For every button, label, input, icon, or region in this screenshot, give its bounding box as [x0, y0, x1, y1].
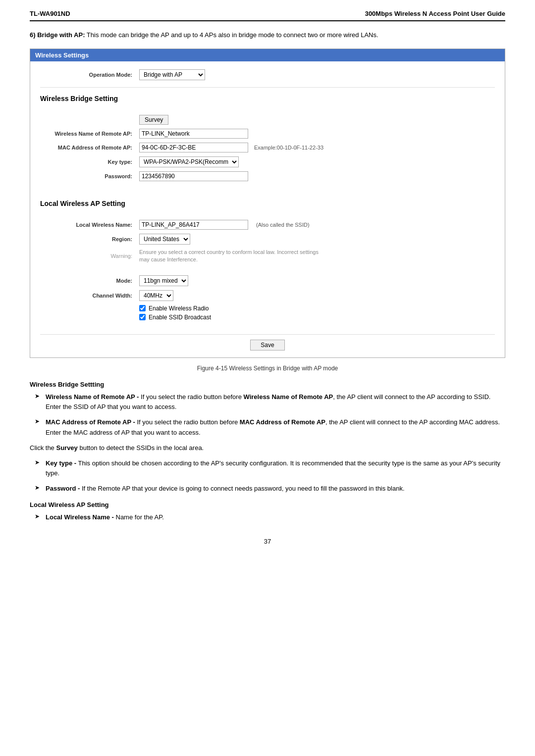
bullet2-bold2: MAC Address of Remote AP	[240, 418, 325, 426]
password-value	[139, 171, 248, 181]
bullet-item-2: ➤ MAC Address of Remote AP - If you sele…	[30, 417, 505, 438]
survey-button[interactable]: Survey	[139, 115, 168, 125]
warning-row: Warning: Ensure you select a correct cou…	[40, 249, 495, 264]
intro-paragraph: 6) Bridge with AP: This mode can bridge …	[30, 30, 505, 41]
bullet5-bold: Local Wireless Name -	[46, 513, 114, 521]
survey-row: Survey	[40, 115, 495, 125]
wireless-settings-body: Operation Mode: Bridge with AP Access Po…	[30, 61, 505, 357]
bullet-item-4: ➤ Password - If the Remote AP that your …	[30, 484, 505, 494]
bullet1-bold2: Wireless Name of Remote AP	[243, 393, 333, 401]
operation-mode-select[interactable]: Bridge with AP Access Point Multi-SSID C…	[139, 69, 205, 80]
bullet-arrow-1: ➤	[35, 393, 42, 400]
local-wireless-name-row: Local Wireless Name: (Also called the SS…	[40, 220, 495, 230]
bullet-arrow-3: ➤	[35, 459, 42, 466]
page-header: TL-WA901ND 300Mbps Wireless N Access Poi…	[30, 10, 505, 21]
bullet-arrow-2: ➤	[35, 418, 42, 425]
channel-width-value: 40MHz 20MHz Auto	[139, 290, 173, 301]
operation-mode-label: Operation Mode:	[40, 72, 139, 78]
save-button[interactable]: Save	[250, 340, 284, 351]
warning-label: Warning:	[40, 253, 139, 259]
enable-ssid-broadcast-label: Enable SSID Broadcast	[149, 314, 211, 321]
local-wireless-ap-title: Local Wireless AP Setting	[40, 200, 495, 207]
wireless-name-label: Wireless Name of Remote AP:	[40, 131, 139, 137]
warning-text: Ensure you select a correct country to c…	[139, 249, 327, 264]
bullet-item-5: ➤ Local Wireless Name - Name for the AP.	[30, 512, 505, 523]
channel-width-label: Channel Width:	[40, 293, 139, 299]
wireless-settings-box: Wireless Settings Operation Mode: Bridge…	[30, 49, 505, 358]
mode-row: Mode: 11bgn mixed 11bg mixed 11b only 11…	[40, 275, 495, 286]
bullet-arrow-4: ➤	[35, 484, 42, 491]
figure-caption: Figure 4-15 Wireless Settings in Bridge …	[30, 365, 505, 372]
mac-example: Example:00-1D-0F-11-22-33	[254, 145, 323, 151]
channel-width-select[interactable]: 40MHz 20MHz Auto	[139, 290, 173, 301]
bullet-text-4: Password - If the Remote AP that your de…	[46, 484, 405, 494]
password-input[interactable]	[139, 171, 248, 181]
region-row: Region: United States Europe Japan China…	[40, 234, 495, 245]
warning-value: Ensure you select a correct country to c…	[139, 249, 327, 264]
enable-ssid-broadcast-checkbox[interactable]	[139, 314, 146, 320]
bullet-text-1: Wireless Name of Remote AP - If you sele…	[46, 392, 505, 413]
intro-number: 6)	[30, 31, 36, 39]
local-wireless-name-value: (Also called the SSID)	[139, 220, 310, 230]
operation-mode-row: Operation Mode: Bridge with AP Access Po…	[40, 66, 495, 83]
wireless-name-value	[139, 129, 248, 139]
bullet2-bold: MAC Address of Remote AP -	[46, 418, 135, 426]
key-type-select[interactable]: WPA-PSK/WPA2-PSK(Recomm No Security WEP …	[139, 156, 239, 167]
save-row: Save	[40, 334, 495, 351]
guide-title: 300Mbps Wireless N Access Point User Gui…	[365, 10, 505, 17]
bullet4-bold: Password -	[46, 485, 80, 492]
model-label: TL-WA901ND	[30, 10, 70, 17]
mac-address-row: MAC Address of Remote AP: Example:00-1D-…	[40, 143, 495, 152]
bullet-text-5: Local Wireless Name - Name for the AP.	[46, 512, 164, 523]
mac-address-value: Example:00-1D-0F-11-22-33	[139, 143, 323, 152]
mode-value: 11bgn mixed 11bg mixed 11b only 11g only…	[139, 275, 188, 286]
enable-wireless-radio-row: Enable Wireless Radio	[139, 305, 495, 312]
survey-paragraph: Click the Survey button to detect the SS…	[30, 443, 505, 454]
key-type-value: WPA-PSK/WPA2-PSK(Recomm No Security WEP …	[139, 156, 239, 167]
region-value: United States Europe Japan China Austral…	[139, 234, 190, 245]
bullet-item-3: ➤ Key type - This option should be chose…	[30, 458, 505, 479]
page-number: 37	[30, 538, 505, 545]
region-label: Region:	[40, 236, 139, 242]
channel-width-row: Channel Width: 40MHz 20MHz Auto	[40, 290, 495, 301]
password-label: Password:	[40, 173, 139, 179]
mode-select[interactable]: 11bgn mixed 11bg mixed 11b only 11g only…	[139, 275, 188, 286]
bullet-arrow-5: ➤	[35, 513, 42, 520]
mac-address-input[interactable]	[139, 143, 248, 152]
operation-mode-value: Bridge with AP Access Point Multi-SSID C…	[139, 69, 205, 80]
bullet3-bold: Key type -	[46, 459, 76, 467]
wireless-name-row: Wireless Name of Remote AP:	[40, 129, 495, 139]
region-select[interactable]: United States Europe Japan China Austral…	[139, 234, 190, 245]
wireless-bridge-setting-title: Wireless Bridge Setting	[40, 95, 495, 102]
enable-wireless-radio-checkbox[interactable]	[139, 305, 146, 311]
intro-bold: Bridge with AP:	[37, 31, 85, 39]
divider-1	[40, 87, 495, 88]
key-type-label: Key type:	[40, 159, 139, 165]
mac-address-label: MAC Address of Remote AP:	[40, 145, 139, 151]
local-wireless-name-input[interactable]	[139, 220, 248, 230]
survey-btn-container: Survey	[139, 115, 168, 125]
local-wireless-ap-heading: Local Wireless AP Setting	[30, 501, 505, 508]
wireless-name-input[interactable]	[139, 129, 248, 139]
wireless-bridge-heading: Wireless Bridge Settting	[30, 381, 505, 388]
password-row: Password:	[40, 171, 495, 181]
local-wireless-name-label: Local Wireless Name:	[40, 222, 139, 228]
bullet-text-3: Key type - This option should be chosen …	[46, 458, 505, 479]
bullet-text-2: MAC Address of Remote AP - If you select…	[46, 417, 505, 438]
mode-label: Mode:	[40, 278, 139, 284]
also-ssid-note: (Also called the SSID)	[256, 222, 310, 228]
enable-wireless-radio-label: Enable Wireless Radio	[149, 305, 209, 312]
enable-ssid-broadcast-row: Enable SSID Broadcast	[139, 314, 495, 321]
key-type-row: Key type: WPA-PSK/WPA2-PSK(Recomm No Sec…	[40, 156, 495, 167]
wireless-settings-header: Wireless Settings	[30, 49, 505, 61]
intro-text: This mode can bridge the AP and up to 4 …	[85, 31, 378, 39]
bullet1-bold: Wireless Name of Remote AP -	[46, 393, 139, 401]
survey-bold: Survey	[56, 444, 77, 452]
bullet-item-1: ➤ Wireless Name of Remote AP - If you se…	[30, 392, 505, 413]
